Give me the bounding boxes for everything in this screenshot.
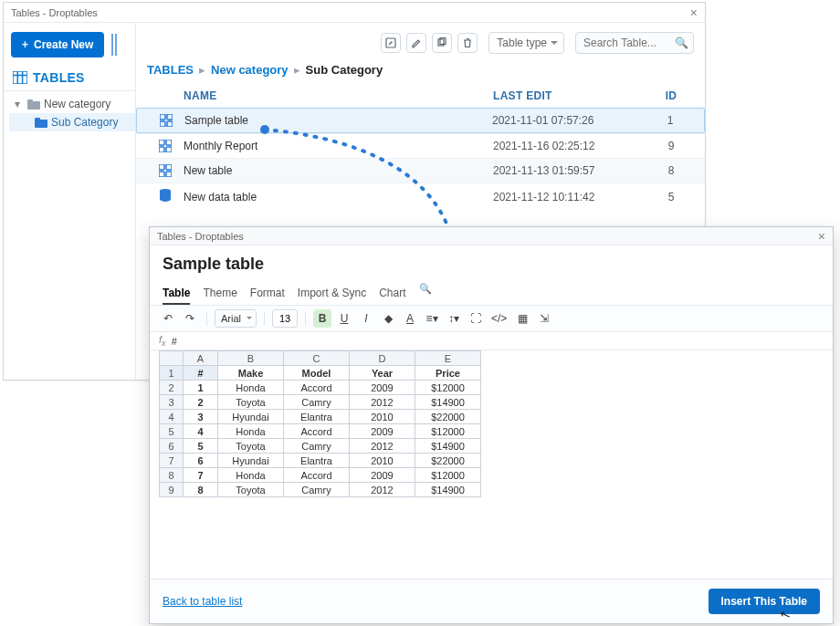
cell[interactable]: Toyota	[218, 395, 284, 410]
font-family-select[interactable]: Arial	[215, 309, 257, 328]
cell[interactable]: Accord	[284, 381, 350, 395]
close-icon[interactable]: ×	[818, 229, 825, 244]
cell[interactable]: 2012	[350, 439, 415, 454]
cell[interactable]: #	[184, 366, 218, 381]
table-type-select[interactable]: Table type	[488, 32, 564, 54]
cell[interactable]: Hyundai	[218, 410, 284, 424]
search-icon[interactable]: 🔍	[675, 37, 688, 49]
drag-handle-icon[interactable]	[111, 34, 117, 56]
cell[interactable]: 4	[184, 424, 218, 439]
undo-icon[interactable]: ↶	[159, 309, 177, 328]
insert-table-button[interactable]: Insert This Table	[709, 589, 820, 614]
copy-icon[interactable]	[432, 33, 452, 53]
cell[interactable]: Honda	[218, 468, 284, 483]
trash-icon[interactable]	[457, 33, 478, 53]
cell[interactable]: 5	[184, 439, 218, 454]
tab-import-sync[interactable]: Import & Sync	[298, 283, 366, 305]
cell[interactable]: 8	[184, 483, 218, 497]
cell[interactable]: Toyota	[218, 439, 284, 454]
row-header[interactable]: 8	[160, 468, 184, 483]
cell[interactable]: $14900	[415, 439, 481, 454]
cell[interactable]: Camry	[284, 395, 350, 410]
col-last-edit[interactable]: LAST EDIT	[493, 89, 648, 102]
row-header[interactable]: 9	[160, 483, 184, 497]
tab-chart[interactable]: Chart	[379, 283, 405, 305]
cell[interactable]: Hyundai	[218, 454, 284, 468]
row-header[interactable]: 6	[160, 439, 184, 454]
font-size-input[interactable]	[272, 309, 298, 328]
cell[interactable]: Make	[218, 366, 284, 381]
collapse-icon[interactable]: ▾	[15, 98, 24, 110]
cell[interactable]: $22000	[415, 454, 481, 468]
bold-button[interactable]: B	[313, 309, 331, 328]
tree-item-sub-category[interactable]: Sub Category	[9, 113, 135, 131]
row-header[interactable]: 5	[160, 424, 184, 439]
row-header[interactable]: 3	[160, 395, 184, 410]
cell[interactable]: Year	[350, 366, 415, 381]
cell[interactable]: 2012	[350, 395, 415, 410]
italic-button[interactable]: I	[357, 309, 375, 328]
fullscreen-icon[interactable]: ⛶	[467, 309, 485, 328]
table-row[interactable]: New data table 2021-11-12 10:11:42 5	[136, 183, 705, 210]
cell[interactable]: 6	[184, 454, 218, 468]
cell[interactable]: 2	[184, 395, 218, 410]
tab-theme[interactable]: Theme	[203, 283, 236, 305]
table-row[interactable]: Sample table 2021-11-01 07:57:26 1	[136, 108, 705, 133]
tab-table[interactable]: Table	[163, 283, 190, 305]
cell[interactable]: 2009	[350, 424, 415, 439]
fill-color-button[interactable]: ◆	[379, 309, 397, 328]
cell[interactable]: 2009	[350, 468, 415, 483]
code-icon[interactable]: </>	[488, 309, 509, 328]
col-header[interactable]: D	[350, 351, 415, 366]
cell[interactable]: 2010	[350, 454, 415, 468]
table-row[interactable]: Monthly Report 2021-11-16 02:25:12 9	[136, 133, 705, 158]
row-header[interactable]: 2	[160, 381, 184, 395]
cell[interactable]: Accord	[284, 468, 350, 483]
create-new-button[interactable]: + Create New	[11, 32, 104, 57]
col-header[interactable]: C	[284, 351, 350, 366]
cell[interactable]: 2010	[350, 410, 415, 424]
cell[interactable]: Toyota	[218, 483, 284, 497]
edit-icon[interactable]	[381, 33, 401, 53]
cell[interactable]: $12000	[415, 424, 481, 439]
align-button[interactable]: ≡▾	[423, 309, 441, 328]
rename-icon[interactable]	[406, 33, 426, 53]
cell[interactable]: 2009	[350, 381, 415, 395]
cell[interactable]: Elantra	[284, 454, 350, 468]
search-icon[interactable]: 🔍	[419, 283, 432, 305]
row-header[interactable]: 1	[160, 366, 184, 381]
col-id[interactable]: ID	[648, 89, 694, 102]
breadcrumb-tables[interactable]: TABLES	[147, 63, 194, 77]
cell[interactable]: 2012	[350, 483, 415, 497]
cell[interactable]: Elantra	[284, 410, 350, 424]
cell[interactable]: $14900	[415, 483, 481, 497]
col-header[interactable]: B	[218, 351, 284, 366]
col-header[interactable]: E	[415, 351, 481, 366]
row-header[interactable]: 4	[160, 410, 184, 424]
cell[interactable]: Accord	[284, 424, 350, 439]
table-row[interactable]: New table 2021-11-13 01:59:57 8	[136, 158, 705, 183]
close-icon[interactable]: ×	[690, 5, 698, 20]
spreadsheet[interactable]: A B C D E 1 # Make Model Year Price 21Ho…	[159, 350, 481, 497]
row-header[interactable]: 7	[160, 454, 184, 468]
col-name[interactable]: NAME	[184, 89, 493, 102]
cell[interactable]: 7	[184, 468, 218, 483]
cell[interactable]: $22000	[415, 410, 481, 424]
cell[interactable]: 1	[184, 381, 218, 395]
col-header[interactable]: A	[184, 351, 218, 366]
redo-icon[interactable]: ↷	[181, 309, 199, 328]
underline-button[interactable]: U	[335, 309, 353, 328]
cell[interactable]: Price	[415, 366, 481, 381]
cell[interactable]: $12000	[415, 468, 481, 483]
grid-icon[interactable]: ▦	[513, 309, 531, 328]
cell[interactable]: Camry	[284, 439, 350, 454]
text-color-button[interactable]: A	[401, 309, 419, 328]
cell[interactable]: Camry	[284, 483, 350, 497]
formula-value[interactable]: #	[172, 336, 177, 347]
vertical-align-button[interactable]: ↕▾	[445, 309, 463, 328]
cell[interactable]: $12000	[415, 381, 481, 395]
cell[interactable]: 3	[184, 410, 218, 424]
tree-item-new-category[interactable]: ▾ New category	[9, 95, 135, 113]
cell[interactable]: $14900	[415, 395, 481, 410]
tab-format[interactable]: Format	[250, 283, 285, 305]
